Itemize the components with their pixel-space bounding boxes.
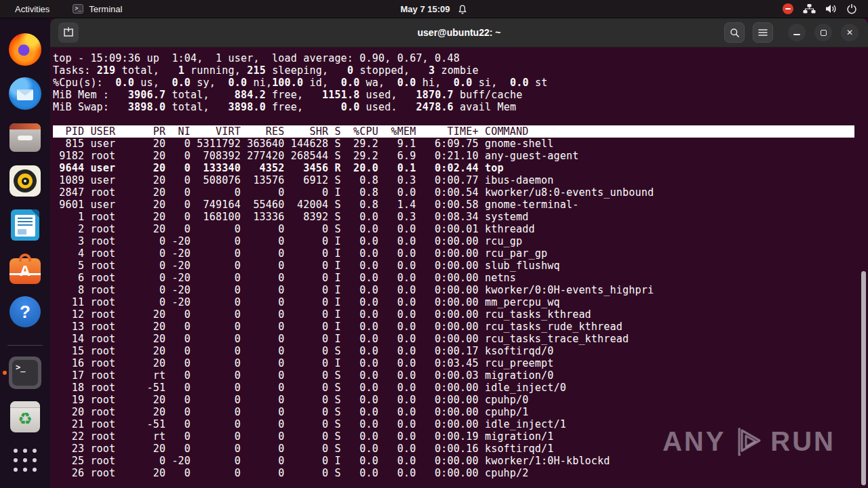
top-summary-line: MiB Swap: 3898.0 total, 3898.0 free, 0.0… xyxy=(53,101,868,113)
dock-item-terminal[interactable]: >_ xyxy=(0,357,50,389)
process-row: 20 root 20 0 0 0 0 S 0.0 0.0 0:00.00 cpu… xyxy=(53,406,868,418)
volume-icon[interactable] xyxy=(825,3,837,14)
rhythmbox-icon xyxy=(9,165,41,197)
terminal-app-icon: >_ xyxy=(9,357,41,389)
thunderbird-icon xyxy=(9,77,41,110)
libreoffice-writer-icon xyxy=(11,209,39,241)
process-row: 19 root 20 0 0 0 0 S 0.0 0.0 0:00.00 cpu… xyxy=(53,394,868,406)
dock-item-rhythmbox[interactable] xyxy=(0,165,50,197)
ubuntu-software-icon: A xyxy=(9,258,41,284)
focused-app-name: Terminal xyxy=(89,4,122,14)
anyrun-logo-icon xyxy=(732,427,764,457)
process-row: 9601 user 20 0 749164 55460 42004 S 0.8 … xyxy=(53,199,868,211)
terminal-output: top - 15:09:36 up 1:04, 1 user, load ave… xyxy=(50,47,868,488)
trash-icon: ♻ xyxy=(10,401,40,432)
process-table-header: PID USER PR NI VIRT RES SHR S %CPU %MEM … xyxy=(53,125,868,138)
dock-divider xyxy=(7,345,43,346)
blank-line xyxy=(53,113,868,125)
search-icon xyxy=(730,28,740,38)
process-row: 4 root 0 -20 0 0 0 I 0.0 0.0 0:00.00 rcu… xyxy=(53,247,868,260)
top-bar: Activities >_ Terminal May 7 15:09 xyxy=(0,0,868,18)
process-row: 16 root 20 0 0 0 0 I 0.0 0.0 0:03.45 rcu… xyxy=(53,357,868,369)
dock-item-thunderbird[interactable] xyxy=(0,77,50,110)
process-row: 12 root 20 0 0 0 0 I 0.0 0.0 0:00.00 rcu… xyxy=(53,308,868,321)
close-button[interactable]: ✕ xyxy=(841,24,859,41)
dock: A ? >_ ♻ xyxy=(0,18,50,488)
app-grid-icon xyxy=(12,449,38,472)
dock-item-files[interactable] xyxy=(0,121,50,153)
search-button[interactable] xyxy=(724,22,745,43)
dock-item-trash[interactable]: ♻ xyxy=(0,401,50,432)
dock-item-app-grid[interactable] xyxy=(0,445,50,476)
top-summary-line: MiB Mem : 3906.7 total, 884.2 free, 1151… xyxy=(53,89,868,101)
process-row: 9182 root 20 0 708392 277420 268544 S 29… xyxy=(53,150,868,162)
process-row: 1089 user 20 0 508076 13576 6912 S 0.8 0… xyxy=(53,174,868,186)
bell-icon[interactable] xyxy=(457,4,468,15)
power-icon[interactable] xyxy=(846,3,857,14)
hamburger-icon xyxy=(758,28,768,37)
focused-app-indicator[interactable]: >_ Terminal xyxy=(73,4,122,14)
process-row: 11 root 0 -20 0 0 0 I 0.0 0.0 0:00.00 mm… xyxy=(53,296,868,308)
process-row: 6 root 0 -20 0 0 0 I 0.0 0.0 0:00.00 net… xyxy=(53,272,868,284)
menu-button[interactable] xyxy=(753,22,773,43)
activities-button[interactable]: Activities xyxy=(11,3,54,16)
terminal-scrollbar[interactable] xyxy=(861,271,866,485)
new-tab-button[interactable] xyxy=(58,22,79,43)
files-icon xyxy=(9,123,41,152)
terminal-titlebar[interactable]: user@ubuntu22: ~ ✕ xyxy=(50,18,868,47)
process-row: 3 root 0 -20 0 0 0 I 0.0 0.0 0:00.00 rcu… xyxy=(53,235,868,247)
dock-item-ubuntu-software[interactable]: A xyxy=(0,252,50,284)
terminal-icon: >_ xyxy=(73,4,83,14)
process-row: 15 root 20 0 0 0 0 S 0.0 0.0 0:00.17 kso… xyxy=(53,345,868,357)
process-row: 17 root rt 0 0 0 0 S 0.0 0.0 0:00.03 mig… xyxy=(53,369,868,382)
top-summary-line: Tasks: 219 total, 1 running, 215 sleepin… xyxy=(53,64,868,77)
dock-item-libreoffice-writer[interactable] xyxy=(0,209,50,241)
process-row: 14 root 20 0 0 0 0 I 0.0 0.0 0:00.00 rcu… xyxy=(53,333,868,345)
maximize-button[interactable] xyxy=(814,24,832,41)
process-row: 5 root 0 -20 0 0 0 I 0.0 0.0 0:00.00 slu… xyxy=(53,260,868,272)
process-row: 815 user 20 0 5311792 363640 144628 S 29… xyxy=(53,138,868,150)
process-row: 9644 user 20 0 133340 4352 3456 R 20.0 0… xyxy=(53,162,868,174)
process-row: 2 root 20 0 0 0 0 S 0.0 0.0 0:00.01 kthr… xyxy=(53,223,868,235)
firefox-icon xyxy=(9,33,41,66)
process-row: 26 root 20 0 0 0 0 S 0.0 0.0 0:00.00 cpu… xyxy=(53,467,868,479)
dock-item-help[interactable]: ? xyxy=(0,296,50,328)
record-indicator[interactable] xyxy=(783,3,793,14)
process-row: 13 root 20 0 0 0 0 I 0.0 0.0 0:00.00 rcu… xyxy=(53,321,868,333)
process-row: 8 root 0 -20 0 0 0 I 0.0 0.0 0:00.00 kwo… xyxy=(53,284,868,296)
dock-item-firefox[interactable] xyxy=(0,33,50,66)
watermark-text-right: RUN xyxy=(770,426,835,457)
watermark-text-left: ANY xyxy=(663,426,726,457)
anyrun-watermark: ANY RUN xyxy=(663,426,835,457)
top-summary-line: %Cpu(s): 0.0 us, 0.0 sy, 0.0 ni,100.0 id… xyxy=(53,77,868,89)
network-icon[interactable] xyxy=(803,3,816,14)
help-icon: ? xyxy=(9,296,41,327)
running-indicator xyxy=(3,371,7,375)
minimize-button[interactable] xyxy=(788,24,806,41)
top-summary-line: top - 15:09:36 up 1:04, 1 user, load ave… xyxy=(53,52,868,64)
clock[interactable]: May 7 15:09 xyxy=(401,4,450,14)
process-row: 1 root 20 0 168100 13336 8392 S 0.0 0.3 … xyxy=(53,211,868,223)
process-row: 2847 root 20 0 0 0 0 I 0.8 0.0 0:00.54 k… xyxy=(53,186,868,199)
process-row: 18 root -51 0 0 0 0 S 0.0 0.0 0:00.00 id… xyxy=(53,382,868,394)
